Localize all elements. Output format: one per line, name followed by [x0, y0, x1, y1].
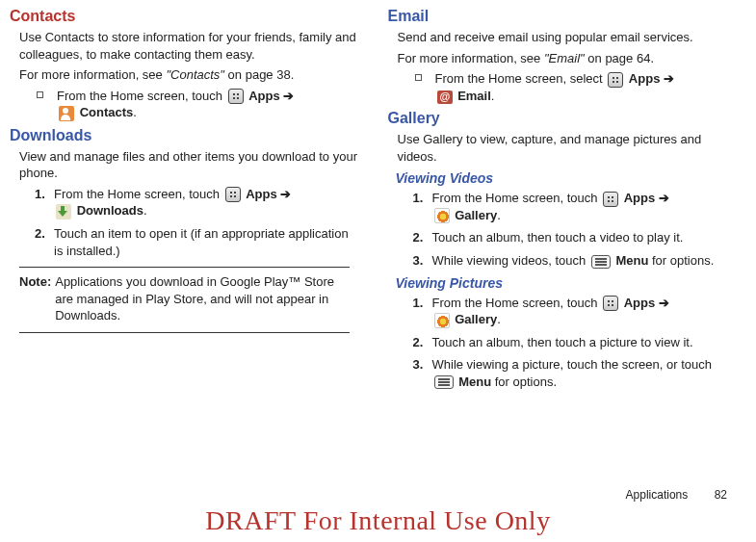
email-step: From the Home screen, select Apps ➔ Emai…	[415, 70, 738, 104]
email-desc: Send and receive email using popular ema…	[398, 29, 738, 46]
apps-icon	[228, 89, 244, 104]
menu-icon	[434, 375, 454, 389]
heading-gallery: Gallery	[388, 110, 738, 127]
email-ref: For more information, see "Email" on pag…	[398, 50, 738, 67]
apps-icon	[608, 72, 623, 88]
right-column: Email Send and receive email using popul…	[388, 8, 738, 396]
draft-watermark: DRAFT For Internal Use Only	[0, 505, 756, 536]
apps-icon	[603, 192, 618, 207]
gallery-icon	[434, 208, 450, 223]
square-bullet-icon	[37, 91, 43, 98]
pictures-step-2: 2. Touch an album, then touch a picture …	[413, 334, 738, 351]
gallery-icon	[434, 313, 450, 328]
email-icon	[437, 90, 453, 104]
divider	[19, 332, 350, 333]
pictures-step-1: 1. From the Home screen, touch Apps ➔ Ga…	[413, 295, 738, 328]
downloads-icon	[56, 204, 71, 219]
note: Note: Applications you download in Googl…	[19, 273, 350, 324]
heading-email: Email	[388, 8, 738, 25]
contacts-desc: Use Contacts to store information for yo…	[19, 29, 359, 63]
heading-contacts: Contacts	[10, 8, 359, 25]
downloads-step-2: 2. Touch an item to open it (if an appro…	[35, 225, 359, 259]
contacts-ref: For more information, see "Contacts" on …	[19, 66, 359, 84]
subheading-viewing-videos: Viewing Videos	[396, 170, 738, 186]
downloads-desc: View and manage files and other items yo…	[19, 148, 359, 182]
videos-step-3: 3. While viewing videos, touch Menu for …	[413, 252, 738, 270]
divider	[19, 267, 350, 268]
downloads-step-1: 1. From the Home screen, touch Apps ➔ Do…	[35, 186, 359, 219]
subheading-viewing-pictures: Viewing Pictures	[396, 275, 738, 291]
page-footer: Applications 82	[626, 488, 727, 502]
gallery-desc: Use Gallery to view, capture, and manage…	[398, 131, 738, 165]
videos-step-1: 1. From the Home screen, touch Apps ➔ Ga…	[413, 190, 738, 223]
heading-downloads: Downloads	[10, 127, 359, 144]
videos-step-2: 2. Touch an album, then touch a video to…	[413, 229, 738, 246]
left-column: Contacts Use Contacts to store informati…	[10, 8, 359, 396]
apps-icon	[603, 296, 618, 311]
contacts-step: From the Home screen, touch Apps ➔ Conta…	[37, 88, 359, 121]
menu-icon	[591, 255, 611, 269]
contacts-icon	[59, 106, 74, 121]
pictures-step-3: 3. While viewing a picture, touch the sc…	[413, 356, 738, 390]
square-bullet-icon	[415, 74, 422, 81]
apps-icon	[225, 187, 241, 202]
